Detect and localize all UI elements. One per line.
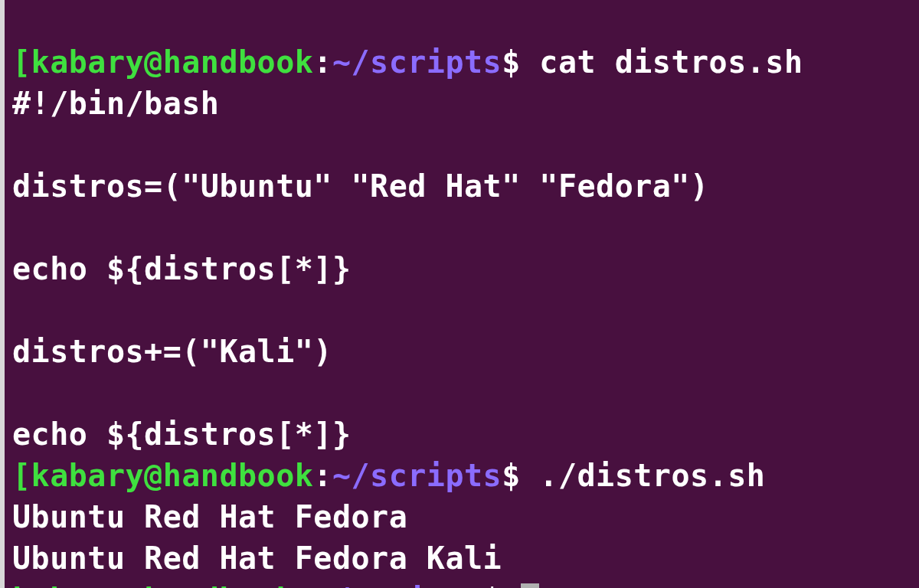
output-line-2: Ubuntu Red Hat Fedora Kali: [12, 541, 502, 576]
command-run: ./distros.sh: [539, 458, 765, 493]
terminal[interactable]: [kabary@handbook:~/scripts$ cat distros.…: [12, 0, 911, 588]
script-shebang: #!/bin/bash: [12, 86, 219, 121]
script-append: distros+=("Kali"): [12, 334, 332, 369]
prompt-sigil: $: [483, 582, 502, 588]
cwd-path: ~/scripts: [332, 458, 502, 493]
output-line-1: Ubuntu Red Hat Fedora: [12, 499, 407, 534]
prompt-sigil: $: [502, 44, 521, 80]
user-host: kabary@handbook: [31, 458, 314, 493]
script-echo-2: echo ${distros[*]}: [12, 416, 351, 452]
command-cat: cat distros.sh: [539, 44, 803, 80]
cursor-block-icon: [521, 583, 539, 588]
prompt-sigil: $: [502, 458, 521, 493]
user-host: kabary@handbook: [12, 582, 295, 588]
cwd-path: ~/scripts: [332, 44, 502, 80]
prompt-line-3: kabary@handbook:~/scripts$: [12, 582, 539, 588]
script-echo-1: echo ${distros[*]}: [12, 251, 351, 286]
prompt-line-1: [kabary@handbook:~/scripts$ cat distros.…: [12, 44, 803, 80]
prompt-line-2: [kabary@handbook:~/scripts$ ./distros.sh: [12, 458, 765, 493]
user-host: kabary@handbook: [31, 44, 314, 80]
cwd-path: ~/scripts: [313, 582, 482, 588]
script-assign: distros=("Ubuntu" "Red Hat" "Fedora"): [12, 168, 709, 204]
